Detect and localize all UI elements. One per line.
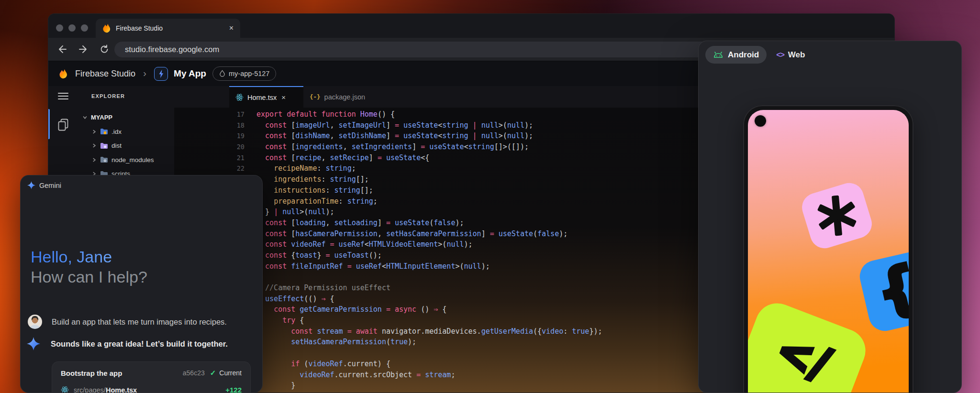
code-tag-icon: <> [776,51,784,59]
traffic-light-icon[interactable] [68,24,76,32]
chevron-right-icon [91,157,97,163]
lime-tile: </ [748,297,872,393]
back-icon[interactable] [57,44,67,55]
traffic-light-icon[interactable] [81,24,88,32]
workspace-badge[interactable]: my-app-5127 [212,66,276,81]
line-number: 20 [174,142,245,153]
preview-target-switcher: Android <> Web [705,46,805,64]
active-view-indicator [48,109,50,139]
tree-label: dist [111,142,122,149]
line-number: 21 [174,153,245,164]
blue-tile: { [857,248,909,334]
tree-item-idx[interactable]: .idx [78,125,174,139]
tree-label: MYAPP [91,114,112,121]
tree-label: .idx [111,128,122,135]
file-tree: MYAPP.idxdistnode_modulesscripts [78,110,174,181]
firebase-flame-icon [102,23,111,33]
camera-punch-hole [755,115,766,127]
card-title: Bootstrap the app [61,369,183,377]
android-icon [713,51,724,59]
web-label: Web [788,50,805,60]
droplet-icon [219,70,225,77]
url-text: studio.firebase.google.com [125,45,219,54]
editor-tab-package-json[interactable]: {-} package.json [303,86,385,108]
tree-item-node_modules[interactable]: node_modules [78,153,174,167]
firebase-flame-icon [59,69,68,79]
gemini-sparkle-icon [27,181,35,189]
code-slash-icon: </ [770,327,835,387]
chevron-right-icon [91,129,97,134]
breadcrumb-app-name[interactable]: My App [174,68,206,79]
android-toggle[interactable]: Android [705,46,767,64]
asterisk-icon [812,191,862,241]
app-logo-icon [154,67,168,81]
gemini-title: Gemini [39,182,61,189]
json-braces-icon: {-} [310,93,321,100]
user-avatar [28,315,42,329]
check-icon: ✓ [210,369,216,377]
tab-label: package.json [324,93,365,101]
browser-titlebar: Firebase Studio × [48,14,894,38]
commit-hash: a56c23 [183,369,205,377]
tree-item-dist[interactable]: dist [78,139,174,153]
react-icon [235,93,244,101]
device-preview-panel: Android <> Web [698,41,962,393]
browser-tab-title: Firebase Studio [116,24,224,32]
breadcrumb-brand[interactable]: Firebase Studio [75,69,135,79]
explorer-title: EXPLORER [91,93,125,99]
forward-icon[interactable] [78,44,89,55]
user-message-row: Build an app that lets me turn images in… [28,315,227,329]
assistant-message: Sounds like a great idea! Let’s build it… [51,339,228,349]
greeting-name: Hello, Jane [31,247,112,266]
traffic-light-icon[interactable] [56,24,63,32]
line-number: 19 [174,131,245,142]
assistant-message-row: Sounds like a great idea! Let’s build it… [27,337,228,350]
user-message: Build an app that lets me turn images in… [52,317,227,327]
workspace-name: my-app-5127 [229,70,269,77]
tree-label: node_modules [111,156,154,164]
folder-icon [100,128,108,135]
diff-count: +122 [225,386,242,393]
status-badge: Current [219,369,242,377]
folder-icon [100,156,108,163]
menu-icon[interactable] [58,93,68,99]
bootstrap-card: Bootstrap the app a56c23 ✓ Current src/p… [52,361,251,393]
web-toggle[interactable]: <> Web [776,50,805,60]
phone-screen: { </ [748,110,909,393]
chevron-separator-icon: › [143,67,146,79]
phone-mockup: { </ [743,105,913,393]
files-icon[interactable] [57,118,69,131]
line-number: 18 [174,120,245,131]
close-icon[interactable]: × [281,93,286,101]
line-number: 17 [174,109,245,120]
pink-tile [799,179,876,251]
chevron-down-icon [82,115,88,120]
editor-tab-home[interactable]: Home.tsx × [229,86,303,108]
file-path: src/pages/Home.tsx [74,386,221,393]
gemini-panel: Gemini Hello, Jane How can I help? Build… [20,175,263,393]
close-icon[interactable]: × [229,24,234,32]
gemini-header: Gemini [27,181,61,189]
react-icon [61,386,69,393]
folder-icon [100,142,108,149]
reload-icon[interactable] [99,44,110,55]
desktop-background: Firebase Studio × studio.firebase.google… [0,0,980,393]
open-brace-icon: { [871,257,909,321]
gemini-sparkle-icon [27,337,40,350]
android-label: Android [728,50,759,60]
greeting-question: How can I help? [31,267,147,286]
changed-file-row[interactable]: src/pages/Home.tsx +122 [61,386,242,393]
chevron-right-icon [91,143,97,148]
tree-root-myapp[interactable]: MYAPP [78,110,174,125]
tab-label: Home.tsx [247,94,277,101]
browser-tab[interactable]: Firebase Studio × [96,19,240,38]
line-number: 22 [174,163,245,174]
